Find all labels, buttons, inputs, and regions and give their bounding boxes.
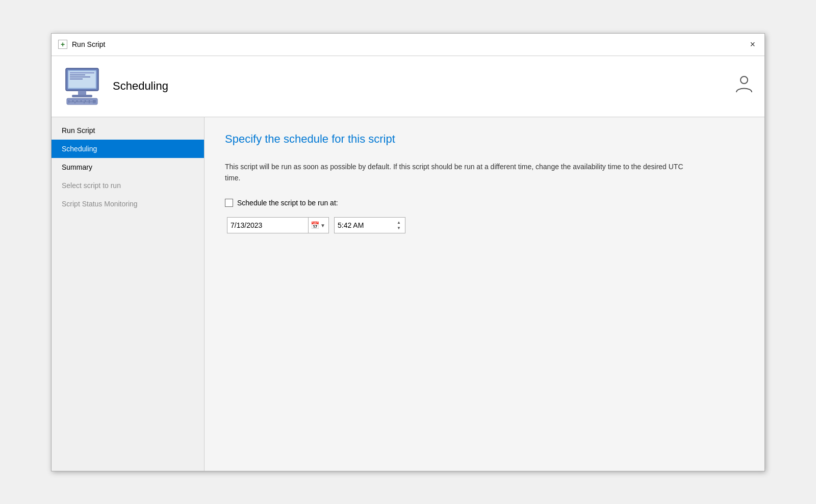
svg-rect-12 <box>69 102 74 103</box>
schedule-checkbox-label[interactable]: Schedule the script to be run at: <box>237 199 338 207</box>
svg-rect-2 <box>78 91 86 95</box>
time-value: 5:42 AM <box>338 221 364 229</box>
svg-point-21 <box>741 76 748 84</box>
time-input[interactable]: 5:42 AM ▲ ▼ <box>334 217 405 233</box>
svg-rect-20 <box>70 78 83 79</box>
sidebar-item-run-script[interactable]: Run Script <box>52 121 204 140</box>
description-text: This script will be run as soon as possi… <box>225 161 684 184</box>
header-left: Scheduling <box>62 66 168 107</box>
schedule-checkbox-wrapper: Schedule the script to be run at: <box>225 199 338 207</box>
svg-rect-13 <box>75 102 84 103</box>
content-area: Specify the schedule for this script Thi… <box>205 117 764 471</box>
date-dropdown-arrow: ▼ <box>320 223 325 228</box>
schedule-checkbox[interactable] <box>225 199 233 207</box>
svg-rect-7 <box>73 100 76 101</box>
svg-rect-19 <box>70 76 90 77</box>
date-input[interactable]: 7/13/2023 📅 ▼ <box>227 217 329 233</box>
date-time-row: 7/13/2023 📅 ▼ 5:42 AM ▲ ▼ <box>227 217 744 233</box>
sidebar: Run Script Scheduling Summary Select scr… <box>52 117 205 471</box>
sidebar-item-script-status: Script Status Monitoring <box>52 195 204 213</box>
computer-icon <box>62 66 103 107</box>
svg-rect-6 <box>69 100 72 101</box>
close-button[interactable]: × <box>747 39 758 50</box>
sidebar-item-summary[interactable]: Summary <box>52 158 204 176</box>
svg-rect-8 <box>78 100 81 101</box>
svg-rect-10 <box>86 100 89 101</box>
svg-rect-17 <box>70 72 94 73</box>
time-spinner: ▲ ▼ <box>396 218 402 233</box>
schedule-row: Schedule the script to be run at: <box>225 199 744 207</box>
svg-rect-18 <box>70 74 85 75</box>
header-title: Scheduling <box>113 79 168 93</box>
title-icon: + <box>58 39 68 49</box>
svg-rect-11 <box>90 100 93 101</box>
help-icon[interactable] <box>734 74 754 98</box>
svg-rect-9 <box>82 100 85 101</box>
svg-rect-14 <box>85 102 89 103</box>
svg-rect-15 <box>90 102 93 103</box>
header-area: Scheduling <box>52 56 764 117</box>
title-bar-left: + Run Script <box>58 39 105 49</box>
title-bar: + Run Script × <box>52 34 764 56</box>
content-title: Specify the schedule for this script <box>225 132 744 146</box>
time-increment-button[interactable]: ▲ <box>396 220 402 225</box>
run-script-icon: + <box>58 40 67 49</box>
sidebar-item-select-script: Select script to run <box>52 176 204 195</box>
user-help-icon <box>734 74 754 94</box>
run-script-dialog: + Run Script × <box>51 33 765 471</box>
date-value: 7/13/2023 <box>231 221 308 229</box>
date-picker-button[interactable]: 📅 ▼ <box>308 218 325 233</box>
dialog-title: Run Script <box>72 40 105 48</box>
time-decrement-button[interactable]: ▼ <box>396 226 402 231</box>
calendar-icon: 📅 <box>311 221 319 229</box>
svg-rect-3 <box>72 95 92 97</box>
main-layout: Run Script Scheduling Summary Select scr… <box>52 117 764 471</box>
sidebar-item-scheduling[interactable]: Scheduling <box>52 140 204 158</box>
